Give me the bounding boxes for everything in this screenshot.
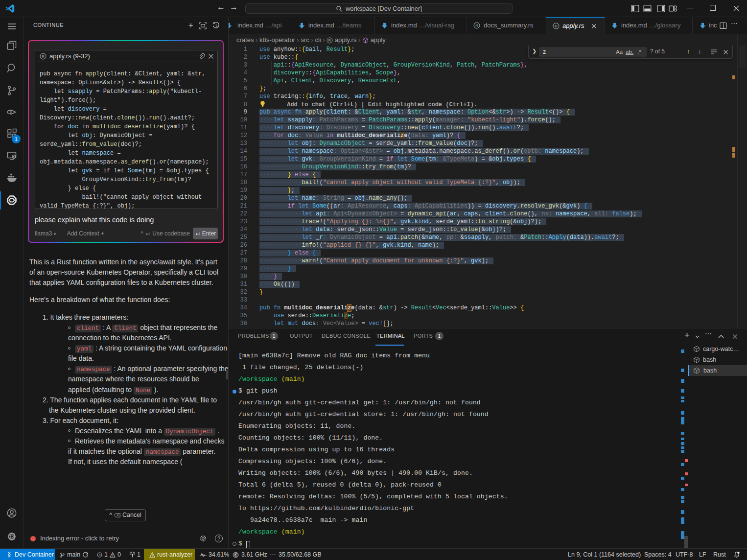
svg-text:R: R	[42, 54, 45, 59]
svg-text:R: R	[475, 23, 478, 28]
svg-text:R: R	[555, 24, 558, 28]
svg-text:R: R	[328, 38, 331, 43]
